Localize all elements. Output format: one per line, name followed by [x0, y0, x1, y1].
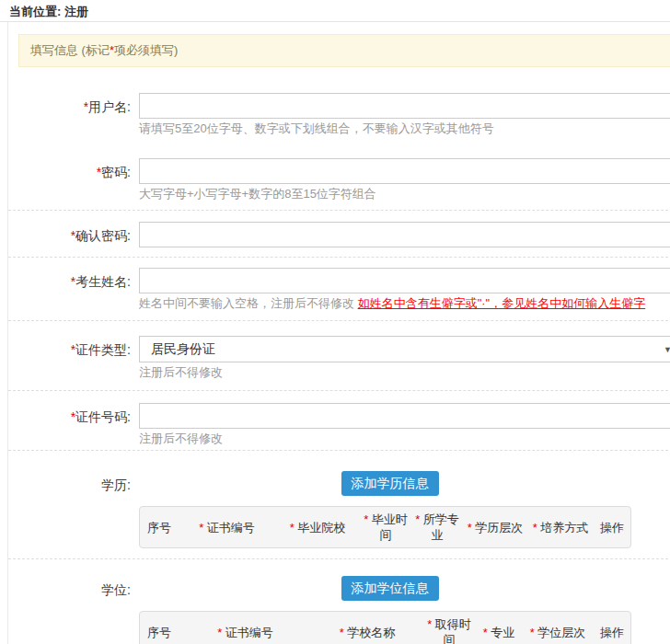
notice-text-suffix: 项必须填写) — [114, 43, 178, 57]
required-asterisk: * — [533, 521, 541, 535]
degree-label: 学位: — [8, 576, 131, 599]
required-asterisk: * — [427, 617, 435, 631]
username-row: *用户名: 请填写5至20位字母、数字或下划线组合，不要输入汉字或其他符号 — [8, 93, 670, 136]
column-header: * 学历层次 — [463, 520, 527, 535]
required-asterisk: * — [199, 521, 207, 535]
education-row: 学历: 添加学历信息 序号* 证书编号* 毕业院校* 毕业时间* 所学专业* 学… — [8, 471, 670, 548]
candidate-name-hint: 姓名中间不要输入空格，注册后不得修改 如姓名中含有生僻字或"·"，参见姓名中如何… — [139, 296, 670, 311]
column-header: * 学位层次 — [522, 625, 594, 640]
column-header: * 毕业时间 — [360, 512, 411, 543]
id-type-row: *证件类型: 居民身份证 ▼ 注册后不得修改 — [8, 336, 670, 380]
divider — [8, 558, 670, 559]
required-asterisk: * — [340, 626, 348, 639]
id-number-input[interactable] — [139, 403, 670, 429]
divider — [8, 257, 670, 258]
register-form-panel: 填写信息 (标记*项必须填写) *用户名: 请填写5至20位字母、数字或下划线组… — [7, 22, 670, 644]
column-header: * 毕业院校 — [275, 520, 360, 535]
password-label: *密码: — [8, 158, 131, 181]
id-type-label: *证件类型: — [8, 336, 131, 359]
column-header: * 证书编号 — [179, 625, 312, 640]
required-asterisk: * — [468, 521, 476, 535]
candidate-name-input[interactable] — [139, 268, 670, 293]
column-header: 序号 — [140, 625, 179, 640]
notice-text-prefix: 填写信息 (标记 — [30, 43, 110, 57]
required-asterisk: * — [290, 521, 298, 535]
id-number-label: *证件号码: — [8, 403, 131, 426]
candidate-name-row: *考生姓名: 姓名中间不要输入空格，注册后不得修改 如姓名中含有生僻字或"·"，… — [8, 268, 670, 311]
required-asterisk: * — [530, 626, 538, 639]
breadcrumb-text: 当前位置: 注册 — [9, 5, 88, 18]
degree-row: 学位: 添加学位信息 序号* 证书编号* 学校名称* 取得时间* 专业* 学位层… — [8, 576, 670, 644]
required-asterisk: * — [483, 626, 491, 639]
required-asterisk: * — [364, 512, 372, 526]
column-header: * 证书编号 — [179, 520, 275, 535]
id-type-selected-value: 居民身份证 — [140, 337, 670, 362]
username-hint: 请填写5至20位字母、数字或下划线组合，不要输入汉字或其他符号 — [139, 121, 670, 136]
column-header: * 专业 — [476, 625, 522, 640]
column-header: 操作 — [594, 625, 630, 640]
id-number-hint: 注册后不得修改 — [139, 431, 670, 446]
add-education-button[interactable]: 添加学历信息 — [341, 471, 439, 496]
column-header: 序号 — [140, 520, 179, 535]
candidate-name-hint-text: 姓名中间不要输入空格，注册后不得修改 — [139, 296, 358, 310]
column-header: 操作 — [594, 520, 630, 535]
id-type-hint: 注册后不得修改 — [139, 365, 670, 380]
column-header: * 培养方式 — [527, 520, 594, 535]
divider — [8, 320, 670, 321]
column-header: * 学校名称 — [312, 625, 422, 640]
confirm-password-label: *确认密码: — [8, 222, 131, 245]
divider — [8, 450, 670, 451]
required-asterisk: * — [415, 512, 423, 526]
id-type-select[interactable]: 居民身份证 ▼ — [139, 336, 670, 362]
breadcrumb: 当前位置: 注册 — [0, 0, 670, 22]
divider — [8, 210, 670, 211]
degree-table-header: 序号* 证书编号* 学校名称* 取得时间* 专业* 学位层次操作 — [139, 611, 631, 644]
username-label: *用户名: — [8, 93, 131, 116]
education-table-header: 序号* 证书编号* 毕业院校* 毕业时间* 所学专业* 学历层次* 培养方式操作 — [139, 506, 631, 548]
column-header: * 所学专业 — [411, 512, 463, 543]
password-input[interactable] — [139, 158, 670, 184]
education-label: 学历: — [8, 471, 131, 494]
notice-banner: 填写信息 (标记*项必须填写) — [18, 34, 670, 67]
divider — [8, 390, 670, 391]
add-degree-button[interactable]: 添加学位信息 — [341, 576, 439, 601]
id-number-row: *证件号码: 注册后不得修改 — [8, 403, 670, 446]
required-asterisk: * — [217, 626, 225, 639]
rare-character-help-link[interactable]: 如姓名中含有生僻字或"·"，参见姓名中如何输入生僻字 — [358, 296, 646, 310]
password-row: *密码: 大写字母+小写字母+数字的8至15位字符组合 — [8, 158, 670, 201]
username-input[interactable] — [139, 93, 670, 119]
column-header: * 取得时间 — [422, 616, 476, 644]
confirm-password-input[interactable] — [139, 222, 670, 247]
candidate-name-label: *考生姓名: — [8, 268, 131, 291]
confirm-password-row: *确认密码: — [8, 222, 670, 247]
password-hint: 大写字母+小写字母+数字的8至15位字符组合 — [139, 187, 670, 201]
